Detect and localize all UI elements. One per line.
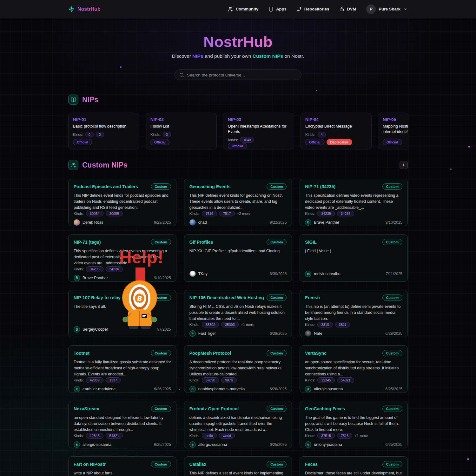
author-name[interactable]: melvincarvalho	[314, 272, 340, 276]
kind-badge[interactable]: 3	[163, 132, 171, 137]
kind-badge[interactable]: 42069	[86, 377, 103, 383]
kind-badge[interactable]: hello	[202, 433, 217, 439]
custom-nip-card[interactable]: NexaStreamCustoman open standard designe…	[68, 401, 176, 448]
kind-badge[interactable]: 54321	[106, 433, 123, 439]
custom-nip-card[interactable]: VertaSyncCustoman open-source specificat…	[300, 345, 408, 393]
author-name[interactable]: Brave Panther	[314, 220, 339, 225]
kind-badge[interactable]: 3810	[317, 322, 333, 327]
user-menu[interactable]: P Pure Shark	[366, 4, 408, 14]
kind-badge[interactable]: 37515	[317, 433, 335, 439]
nip-kinds: Kinds:02	[73, 132, 135, 137]
kind-badge[interactable]: 35393	[221, 322, 239, 327]
author-name[interactable]: Derek Ross	[83, 220, 103, 225]
custom-nip-card[interactable]: NIP-71 (tags)CustomThis specification de…	[68, 234, 176, 282]
card-bottom: Kinds:38103811Nate6/28/2025	[305, 322, 402, 337]
kind-badge[interactable]: 30055	[106, 211, 123, 216]
author-name[interactable]: allergic-susanna	[83, 442, 111, 447]
card-header: Frobnitz Open ProtocolCustom	[189, 406, 287, 412]
kind-badge[interactable]: 0	[85, 132, 94, 137]
author-name[interactable]: Brave Panther	[83, 276, 108, 280]
nav-item-label: Repositories	[304, 7, 329, 11]
search-bar	[175, 69, 301, 80]
author-name[interactable]: allergic-susanna	[314, 387, 343, 391]
nav-item-repositories[interactable]: Repositories	[297, 7, 329, 12]
kind-badge[interactable]: 7516	[337, 433, 352, 439]
kind-badge[interactable]: 35392	[202, 322, 219, 327]
nav-item-community[interactable]: Community	[228, 7, 259, 12]
custom-nip-card[interactable]: Frobnitz Open ProtocolCustomdefines a de…	[184, 401, 292, 448]
nip-card[interactable]: NIP-04Encrypted Direct MessageKinds:4Off…	[301, 113, 372, 149]
custom-nip-card[interactable]: TootnetCustomTootnet is a fully flatuliz…	[68, 345, 176, 393]
author-name[interactable]: earthlier-madalene	[83, 387, 116, 391]
author-name[interactable]: Nate	[314, 331, 322, 336]
nav-item-dvm[interactable]: DVM	[339, 7, 356, 12]
kind-badge[interactable]: 9876	[221, 377, 236, 383]
author-name[interactable]: allergic-susanna	[198, 442, 227, 447]
kind-badge[interactable]: 67890	[202, 377, 219, 383]
author-name[interactable]: chad	[198, 220, 207, 225]
custom-nip-card[interactable]: CatallaxCustomThis NIP defines a set of …	[184, 456, 292, 476]
kinds-label: Kinds:	[305, 434, 315, 438]
custom-nip-card[interactable]: NIP-106 Decentralized Web Hosting on Nos…	[184, 290, 292, 337]
custom-nip-card[interactable]: NIP-107 Relay-to-relay syncCustomThe tit…	[68, 290, 176, 337]
card-date: 6/26/2025	[154, 387, 171, 391]
card-date: 7/11/2025	[386, 272, 402, 276]
custom-nip-card[interactable]: SIGILCustom| Field | Value |mmelvincarva…	[300, 234, 408, 282]
custom-badge: Custom	[267, 183, 287, 190]
nip-card[interactable]: NIP-03OpenTimestamps Attestations for Ev…	[223, 113, 294, 149]
subtitle-custom-nips-link[interactable]: Custom NIPs	[253, 53, 283, 59]
author-name[interactable]: SergeyCooper	[83, 327, 108, 332]
card-description: an open standard designed for efficient,…	[74, 415, 171, 433]
kind-badge[interactable]: 34236	[337, 211, 354, 216]
kind-badge[interactable]: 34235	[86, 266, 103, 272]
card-header: VertaSyncCustom	[305, 350, 402, 356]
kind-badge[interactable]: 34236	[106, 266, 123, 272]
brand-logo[interactable]: NostrHub	[68, 6, 101, 12]
kind-badge[interactable]: 12345	[317, 377, 335, 383]
author-name[interactable]: TKay	[198, 272, 208, 276]
kind-badge[interactable]: 7516	[202, 211, 217, 216]
add-custom-nip-button[interactable]: +	[400, 161, 408, 169]
kind-badge[interactable]: 2	[96, 132, 104, 137]
author-name[interactable]: nonblasphemous-marvella	[198, 387, 245, 391]
custom-nip-card[interactable]: NIP-71 (34235)CustomThis specification d…	[300, 179, 408, 226]
custom-nip-card[interactable]: Podcast Episodes and TrailersCustomThis …	[68, 179, 176, 226]
kind-badge[interactable]: 1337	[106, 377, 121, 383]
custom-nip-card[interactable]: PoopMesh ProtocolCustomA decentralized p…	[184, 345, 292, 393]
search-input[interactable]	[187, 73, 297, 77]
nav-item-label: Community	[236, 7, 259, 11]
kind-badge[interactable]: 4	[318, 132, 326, 137]
kind-badge[interactable]: 54321	[337, 377, 354, 383]
card-footer: SSergeyCooper7/7/2025	[74, 326, 171, 333]
custom-nip-card[interactable]: Gif ProfilesCustomNIP-XX: GIF Profiles, …	[184, 234, 292, 282]
card-bottom: Kinds:3005430055Derek Ross9/23/2025	[74, 211, 171, 226]
custom-nip-card[interactable]: Geocaching EventsCustomThis NIP defines …	[184, 179, 292, 226]
author-avatar: o	[305, 441, 311, 448]
author-name[interactable]: Fast Tiger	[198, 331, 216, 336]
card-description: A decentralized protocol for real-time p…	[189, 359, 287, 377]
custom-nip-card[interactable]: Fart on NIPostrCustomwrite a NIP about f…	[68, 456, 176, 476]
nip-kinds: Kinds:1040	[228, 137, 289, 143]
kind-badge[interactable]: 3811	[335, 322, 350, 327]
kinds-label: Kinds:	[189, 378, 200, 382]
kinds-label: Kinds:	[189, 212, 200, 215]
nip-card[interactable]: NIP-02Follow ListKinds:3Official	[146, 113, 217, 149]
custom-nips-grid: Podcast Episodes and TrailersCustomThis …	[68, 179, 408, 476]
author-name[interactable]: oniony-joaquina	[314, 442, 342, 447]
kind-badge[interactable]: world	[219, 433, 235, 439]
kind-badge[interactable]: 7517	[219, 211, 235, 216]
nip-card[interactable]: NIP-05Mapping Nostr keys to DNS-based in…	[378, 113, 408, 149]
kind-badge[interactable]: 30054	[86, 211, 103, 216]
kind-badge[interactable]: 34235	[317, 211, 335, 216]
nip-card[interactable]: NIP-01Basic protocol flow descriptionKin…	[68, 113, 139, 149]
custom-nip-card[interactable]: FecesCustomDisclaimer: these feces are s…	[300, 456, 408, 476]
card-bottom: mmelvincarvalho7/11/2025	[305, 271, 402, 277]
custom-nip-card[interactable]: GeoCaching FecesCustomThe goal of this g…	[300, 401, 408, 448]
subtitle-nips-link[interactable]: NIPs	[192, 53, 203, 59]
card-date: 6/25/2025	[386, 387, 402, 391]
kind-badge[interactable]: 1040	[240, 137, 254, 143]
card-header: PoopMesh ProtocolCustom	[189, 350, 287, 356]
kind-badge[interactable]: 12345	[86, 433, 103, 439]
nav-item-apps[interactable]: Apps	[268, 7, 287, 12]
custom-nip-card[interactable]: FrenstrCustomThis nip is (an attempt to)…	[300, 290, 408, 337]
